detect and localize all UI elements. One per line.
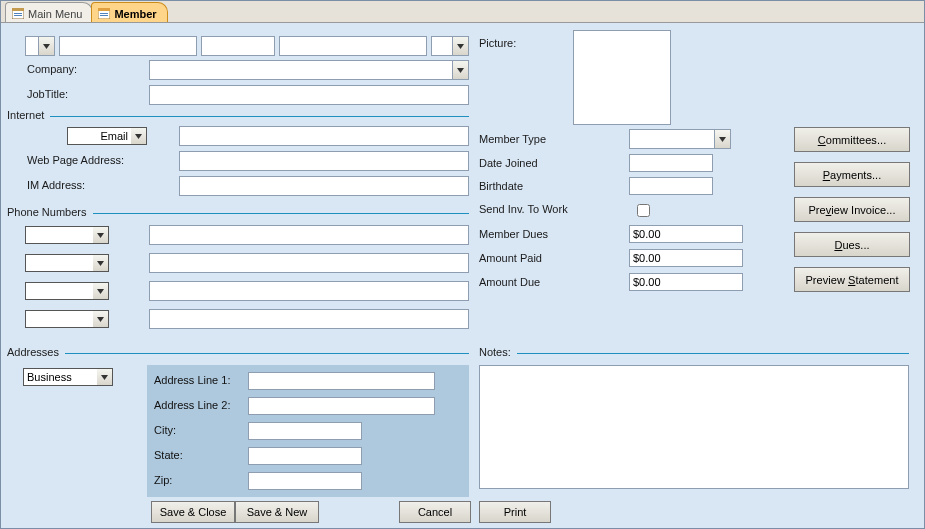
dropdown-icon[interactable]: [38, 37, 54, 55]
email-field[interactable]: [179, 126, 469, 146]
svg-rect-6: [100, 13, 108, 14]
memberdues-label: Member Dues: [479, 228, 548, 240]
tab-member[interactable]: Member: [91, 2, 167, 22]
webpage-field[interactable]: [179, 151, 469, 171]
dropdown-icon[interactable]: [93, 226, 109, 244]
city-field[interactable]: [248, 422, 362, 440]
address-panel: Address Line 1: Address Line 2: City: St…: [147, 365, 469, 497]
dropdown-icon[interactable]: [97, 368, 113, 386]
save-new-button[interactable]: Save & New: [235, 501, 319, 523]
phone3-field[interactable]: [149, 281, 469, 301]
dues-button[interactable]: Dues...: [794, 232, 910, 257]
phone1-type-field[interactable]: [26, 227, 93, 243]
city-label: City:: [154, 424, 176, 436]
notes-divider: [479, 353, 909, 354]
phone1-type-combo[interactable]: [25, 226, 109, 244]
tab-label-main-menu: Main Menu: [28, 8, 82, 20]
addr1-label: Address Line 1:: [154, 374, 230, 386]
addr2-field[interactable]: [248, 397, 435, 415]
im-label: IM Address:: [27, 179, 85, 191]
committees-button[interactable]: Committees...: [794, 127, 910, 152]
birthdate-label: Birthdate: [479, 180, 523, 192]
phone2-field[interactable]: [149, 253, 469, 273]
birthdate-field[interactable]: [629, 177, 713, 195]
svg-rect-2: [14, 13, 22, 14]
phone3-type-combo[interactable]: [25, 282, 109, 300]
addr2-label: Address Line 2:: [154, 399, 230, 411]
notes-label: Notes:: [479, 346, 517, 358]
addresses-label: Addresses: [7, 346, 65, 358]
internet-divider: [11, 116, 469, 117]
suffix-field[interactable]: [432, 37, 452, 55]
webpage-label: Web Page Address:: [27, 154, 124, 166]
company-field[interactable]: [150, 61, 452, 79]
dropdown-icon[interactable]: [452, 61, 468, 79]
memberdues-field[interactable]: [629, 225, 743, 243]
email-type-combo[interactable]: [67, 127, 147, 145]
zip-label: Zip:: [154, 474, 172, 486]
cancel-button[interactable]: Cancel: [399, 501, 471, 523]
phone4-type-combo[interactable]: [25, 310, 109, 328]
datejoined-field[interactable]: [629, 154, 713, 172]
first-name-field[interactable]: [59, 36, 197, 56]
internet-label: Internet: [7, 109, 50, 121]
form-icon: [12, 8, 24, 19]
datejoined-label: Date Joined: [479, 157, 538, 169]
notes-field[interactable]: [479, 365, 909, 489]
phone4-field[interactable]: [149, 309, 469, 329]
print-button[interactable]: Print: [479, 501, 551, 523]
dropdown-icon[interactable]: [452, 37, 468, 55]
sendinv-checkbox[interactable]: [637, 204, 650, 217]
email-type-field[interactable]: [68, 128, 131, 144]
preview-statement-button[interactable]: Preview Statement: [794, 267, 910, 292]
salutation-combo[interactable]: [25, 36, 55, 56]
address-type-field[interactable]: [24, 369, 97, 385]
membertype-combo[interactable]: [629, 129, 731, 149]
phone3-type-field[interactable]: [26, 283, 93, 299]
tab-main-menu[interactable]: Main Menu: [5, 2, 93, 22]
amountpaid-field[interactable]: [629, 249, 743, 267]
svg-rect-5: [98, 8, 110, 11]
company-combo[interactable]: [149, 60, 469, 80]
tab-label-member: Member: [114, 8, 156, 20]
jobtitle-field[interactable]: [149, 85, 469, 105]
phone4-type-field[interactable]: [26, 311, 93, 327]
phone-label: Phone Numbers: [7, 206, 93, 218]
dropdown-icon[interactable]: [93, 310, 109, 328]
form-icon: [98, 8, 110, 19]
tab-bar: Main Menu Member: [1, 1, 924, 23]
svg-rect-7: [100, 15, 108, 16]
amountdue-label: Amount Due: [479, 276, 540, 288]
addr1-field[interactable]: [248, 372, 435, 390]
dropdown-icon[interactable]: [93, 282, 109, 300]
addresses-divider: [11, 353, 469, 354]
address-type-combo[interactable]: [23, 368, 113, 386]
membertype-label: Member Type: [479, 133, 546, 145]
amountdue-field[interactable]: [629, 273, 743, 291]
phone2-type-field[interactable]: [26, 255, 93, 271]
zip-field[interactable]: [248, 472, 362, 490]
dropdown-icon[interactable]: [93, 254, 109, 272]
svg-rect-1: [12, 8, 24, 11]
im-field[interactable]: [179, 176, 469, 196]
middle-name-field[interactable]: [201, 36, 275, 56]
suffix-combo[interactable]: [431, 36, 469, 56]
dropdown-icon[interactable]: [714, 130, 730, 148]
amountpaid-label: Amount Paid: [479, 252, 542, 264]
picture-label: Picture:: [479, 37, 516, 49]
dropdown-icon[interactable]: [131, 127, 147, 145]
picture-box[interactable]: [573, 30, 671, 125]
state-label: State:: [154, 449, 183, 461]
state-field[interactable]: [248, 447, 362, 465]
sendinv-label: Send Inv. To Work: [479, 203, 568, 215]
last-name-field[interactable]: [279, 36, 427, 56]
save-close-button[interactable]: Save & Close: [151, 501, 235, 523]
jobtitle-label: JobTitle:: [27, 88, 68, 100]
phone1-field[interactable]: [149, 225, 469, 245]
membertype-field[interactable]: [630, 130, 714, 148]
form-body: Company: JobTitle: Internet Web Page Add…: [1, 23, 924, 528]
preview-invoice-button[interactable]: Preview Invoice...: [794, 197, 910, 222]
phone2-type-combo[interactable]: [25, 254, 109, 272]
salutation-field[interactable]: [26, 37, 38, 55]
payments-button[interactable]: Payments...: [794, 162, 910, 187]
